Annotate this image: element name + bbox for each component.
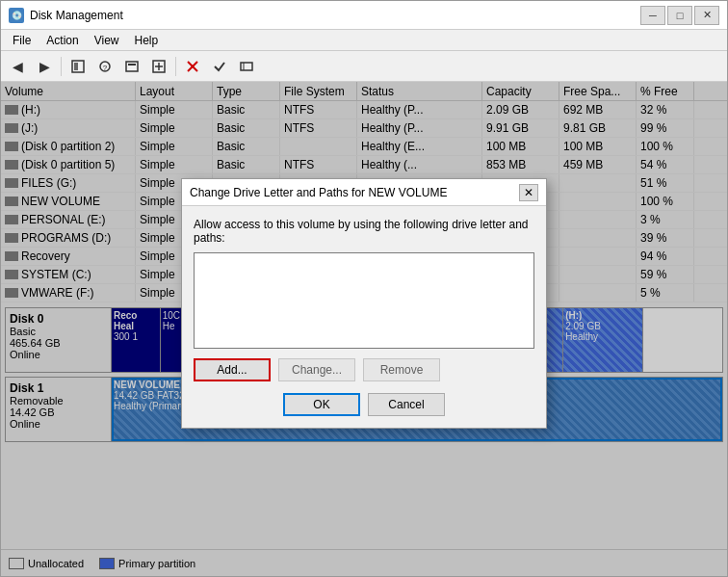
toolbar-back[interactable]: ◀ bbox=[5, 55, 30, 78]
toolbar-forward[interactable]: ▶ bbox=[32, 55, 57, 78]
dialog-description: Allow access to this volume by using the… bbox=[194, 218, 534, 245]
toolbar-btn3[interactable] bbox=[119, 55, 144, 78]
toolbar-btn1[interactable] bbox=[65, 55, 91, 78]
svg-rect-4 bbox=[126, 62, 138, 71]
svg-text:?: ? bbox=[103, 64, 108, 72]
dialog-cancel-button[interactable]: Cancel bbox=[368, 393, 445, 416]
dialog-titlebar: Change Drive Letter and Paths for NEW VO… bbox=[182, 179, 546, 206]
dialog-overlay: Change Drive Letter and Paths for NEW VO… bbox=[1, 82, 727, 576]
change-drive-dialog: Change Drive Letter and Paths for NEW VO… bbox=[181, 178, 547, 429]
svg-rect-5 bbox=[128, 64, 136, 66]
dialog-change-button[interactable]: Change... bbox=[278, 358, 355, 381]
menu-action[interactable]: Action bbox=[39, 32, 86, 49]
toolbar-sep-2 bbox=[175, 57, 176, 76]
menu-view[interactable]: View bbox=[87, 32, 127, 49]
toolbar-btn5[interactable] bbox=[234, 55, 259, 78]
dialog-close-button[interactable]: ✕ bbox=[519, 184, 538, 201]
maximize-button[interactable]: □ bbox=[667, 6, 692, 25]
minimize-button[interactable]: ─ bbox=[640, 6, 665, 25]
content-area: Volume Layout Type File System Status Ca… bbox=[1, 82, 727, 576]
dialog-listbox[interactable] bbox=[194, 252, 534, 349]
dialog-title: Change Drive Letter and Paths for NEW VO… bbox=[190, 186, 447, 199]
close-button[interactable]: ✕ bbox=[694, 6, 719, 25]
svg-rect-1 bbox=[74, 63, 78, 70]
toolbar-check[interactable] bbox=[207, 55, 232, 78]
menu-help[interactable]: Help bbox=[127, 32, 167, 49]
dialog-action-buttons: Add... Change... Remove bbox=[194, 358, 534, 381]
title-bar: 💿 Disk Management ─ □ ✕ bbox=[1, 1, 727, 30]
dialog-body: Allow access to this volume by using the… bbox=[182, 206, 546, 428]
app-icon: 💿 bbox=[9, 8, 24, 23]
toolbar-delete[interactable] bbox=[180, 55, 205, 78]
svg-rect-9 bbox=[241, 63, 252, 70]
dialog-remove-button[interactable]: Remove bbox=[363, 358, 440, 381]
title-bar-left: 💿 Disk Management bbox=[9, 8, 123, 23]
toolbar-sep-1 bbox=[61, 57, 62, 76]
toolbar: ◀ ▶ ? bbox=[1, 51, 727, 82]
title-controls: ─ □ ✕ bbox=[640, 6, 719, 25]
toolbar-btn4[interactable] bbox=[146, 55, 171, 78]
dialog-ok-button[interactable]: OK bbox=[283, 393, 360, 416]
toolbar-btn2[interactable]: ? bbox=[92, 55, 117, 78]
menu-bar: File Action View Help bbox=[1, 30, 727, 51]
window-title: Disk Management bbox=[30, 9, 123, 22]
main-window: 💿 Disk Management ─ □ ✕ File Action View… bbox=[0, 0, 728, 577]
menu-file[interactable]: File bbox=[5, 32, 39, 49]
dialog-ok-cancel: OK Cancel bbox=[194, 393, 534, 416]
dialog-add-button[interactable]: Add... bbox=[194, 358, 271, 381]
